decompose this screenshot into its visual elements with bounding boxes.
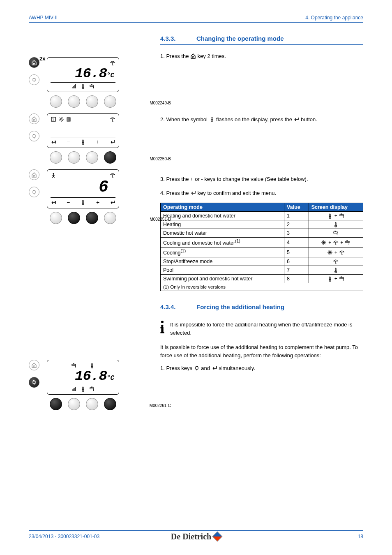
bars-icon [71, 83, 77, 89]
step-1: 1. Press the key 2 times. [160, 52, 363, 60]
plus-icon: + [96, 139, 99, 145]
house-icon [190, 53, 196, 59]
cell-value: 2 [284, 220, 309, 229]
display-panel-1: 16.8°C [47, 57, 119, 92]
page-header: AWHP MIV-II 4. Operating the appliance [29, 15, 363, 23]
panel-button[interactable] [68, 151, 80, 164]
cell-icons [309, 257, 363, 266]
header-left: AWHP MIV-II [29, 15, 58, 21]
panel-button[interactable] [68, 398, 80, 410]
table-footnote: (1) Only in reversible versions [161, 283, 363, 291]
cell-icons: + + [309, 238, 363, 247]
table-row: Cooling(1)5 + [161, 247, 363, 257]
panel-button-active[interactable] [50, 398, 62, 410]
radiator-icon [66, 116, 72, 122]
panel-button[interactable] [104, 212, 116, 224]
bars-icon [71, 386, 77, 392]
cell-mode: Domestic hot water [161, 229, 284, 238]
panel-button-active[interactable] [104, 151, 116, 164]
cell-icons [309, 229, 363, 238]
mode-button-icon [29, 57, 39, 68]
info-icon: ℹ [160, 321, 164, 337]
cell-value: 6 [284, 257, 309, 266]
cell-icons [309, 266, 363, 275]
col-value: Value [284, 203, 309, 212]
brand-logo: De Dietrich [171, 532, 221, 541]
enter-icon [212, 365, 217, 371]
therm-icon [80, 139, 86, 145]
therm-icon [89, 363, 95, 368]
cell-value: 4 [284, 238, 309, 247]
cell-icons: + [309, 247, 363, 257]
cell-value: 8 [284, 275, 309, 283]
house-digit-icon: 1 [51, 116, 56, 122]
cell-mode: Stop/Antifreeze mode [161, 257, 284, 266]
mode-button-icon [29, 169, 39, 180]
button-row-4 [47, 398, 119, 410]
cell-icons [309, 220, 363, 229]
info-text: It is impossible to force the additional… [170, 321, 363, 337]
panel-button-active[interactable] [86, 212, 98, 224]
cell-mode: Swimming pool and domestic hot water [161, 275, 284, 283]
umbrella-icon [110, 116, 115, 122]
table-row: Stop/Antifreeze mode6 [161, 257, 363, 266]
col-mode: Operating mode [161, 203, 284, 212]
cell-mode: Cooling(1) [161, 247, 284, 257]
para-force: It is possible to force use of the addit… [160, 343, 363, 359]
panel-button[interactable] [50, 212, 62, 224]
section-number: 4.3.4. [160, 303, 196, 310]
brand-diamond-icon [212, 531, 222, 541]
col-display: Screen display [309, 203, 363, 212]
panel-button[interactable] [68, 95, 80, 108]
plus-icon: + [96, 199, 99, 206]
plug-radiator-icon [194, 365, 200, 371]
cell-icons: + [309, 275, 363, 283]
panel-button[interactable] [104, 95, 116, 108]
button-row-3 [47, 212, 119, 224]
cell-value: 1 [284, 212, 309, 220]
panel-button-active[interactable] [68, 212, 80, 224]
cell-value: 3 [284, 229, 309, 238]
step-4: 4. Press the key to confirm and exit the… [160, 189, 363, 197]
tap-icon [89, 83, 95, 89]
page-footer: 23/04/2013 - 300023321-001-03 De Dietric… [29, 530, 363, 539]
plug-button-icon [29, 187, 39, 197]
panel-button[interactable] [86, 398, 98, 410]
display-panel-3: 6 − + [47, 169, 119, 208]
panel-button[interactable] [86, 95, 98, 108]
plug-button-icon [29, 74, 39, 85]
panel-button[interactable] [86, 151, 98, 164]
cell-mode: Heating [161, 220, 284, 229]
umbrella-icon [110, 172, 115, 178]
operating-mode-table: Operating mode Value Screen display Heat… [160, 203, 363, 291]
umbrella-icon [110, 60, 115, 66]
person-icon [209, 116, 215, 122]
plug-button-icon [29, 377, 39, 388]
panel-button[interactable] [50, 95, 62, 108]
minus-icon: − [67, 199, 70, 206]
section-title: Forcing the additional heating [196, 303, 284, 310]
minus-icon: − [67, 139, 70, 145]
temp-display: 16.8°C [51, 368, 115, 384]
display-panel-2: 1 − + [47, 113, 119, 148]
figures-column: 2x 16.8°C M002249-B [29, 35, 152, 416]
panel-button-active[interactable] [104, 398, 116, 410]
figure-label: M002251-B [150, 217, 171, 222]
press-count-label: 2x [39, 56, 45, 62]
table-row: Domestic hot water3 [161, 229, 363, 238]
table-row: Cooling and domestic hot water(1)4 + + [161, 238, 363, 247]
section-heading-433: 4.3.3. Changing the operating mode [160, 35, 363, 45]
figure-label: M002250-B [150, 157, 171, 161]
back-icon [51, 139, 56, 145]
text-column: 4.3.3. Changing the operating mode 1. Pr… [160, 35, 363, 416]
header-right: 4. Operating the appliance [305, 15, 363, 21]
person-icon [51, 172, 56, 178]
sun-icon [58, 116, 64, 122]
panel-button[interactable] [50, 151, 62, 164]
back-icon [51, 199, 56, 205]
section-title: Changing the operating mode [196, 35, 284, 42]
table-row: Heating and domestic hot water1 + [161, 212, 363, 220]
cell-value: 5 [284, 247, 309, 257]
value-display: 6 [51, 178, 115, 197]
step-434-1: 1. Press keys and simultaneously. [160, 364, 363, 372]
